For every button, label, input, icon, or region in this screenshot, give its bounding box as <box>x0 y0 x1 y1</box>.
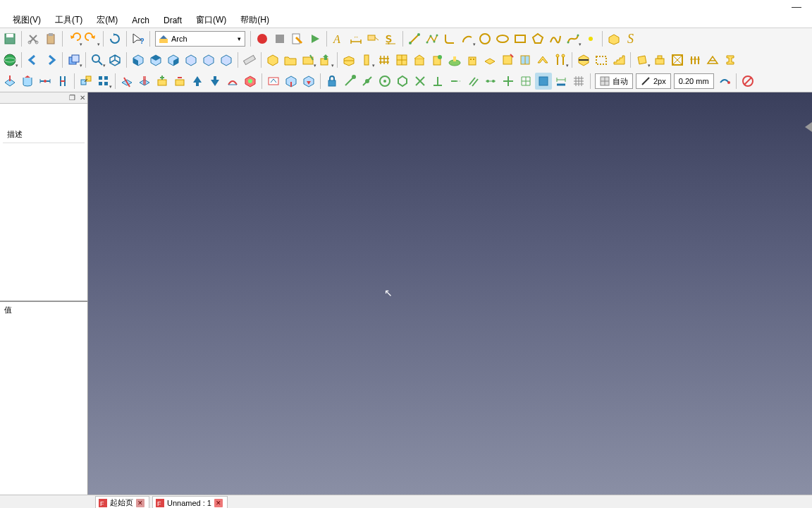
undo-button[interactable] <box>66 30 82 47</box>
macro-play-button[interactable] <box>307 30 324 47</box>
property-view[interactable]: 值 <box>0 301 87 495</box>
snap-dims-button[interactable] <box>553 73 570 90</box>
roof-button[interactable] <box>534 52 551 68</box>
text-button[interactable]: A <box>330 30 347 47</box>
remove-button[interactable] <box>171 73 188 90</box>
part-button[interactable] <box>264 52 281 68</box>
nav-back-button[interactable] <box>25 52 42 68</box>
paste-button[interactable] <box>42 30 59 47</box>
snap-near-button[interactable] <box>500 73 517 90</box>
wp-front-button[interactable] <box>19 73 36 90</box>
fillet-button[interactable] <box>441 30 458 47</box>
menu-arch[interactable]: Arch <box>125 14 156 27</box>
rear-view-button[interactable] <box>183 52 199 68</box>
panel-button[interactable] <box>634 52 651 68</box>
snap-center-button[interactable] <box>376 73 393 90</box>
snap-angle-button[interactable] <box>394 73 411 90</box>
tree-view[interactable]: 描述 <box>0 104 87 301</box>
tab-doc-close[interactable]: ✕ <box>214 499 223 507</box>
snap-midpoint-button[interactable] <box>359 73 376 90</box>
redo-button[interactable] <box>83 30 100 47</box>
macro-stop-button[interactable] <box>271 30 288 47</box>
bezier-button[interactable] <box>565 30 582 47</box>
cut-button[interactable] <box>25 30 42 47</box>
panel-close-button[interactable]: ✕ <box>80 94 85 102</box>
nav-style-button[interactable] <box>1 52 18 68</box>
label-button[interactable] <box>365 30 382 47</box>
group-button[interactable] <box>282 52 299 68</box>
refresh-button[interactable] <box>106 30 123 47</box>
down-button[interactable] <box>207 73 223 90</box>
macro-edit-button[interactable] <box>289 30 306 47</box>
menu-tools[interactable]: 工具(T) <box>48 13 90 28</box>
add-button[interactable] <box>154 73 171 90</box>
draft2sketch-button[interactable] <box>265 73 282 90</box>
up-button[interactable] <box>189 73 206 90</box>
rebar-button[interactable] <box>376 52 393 68</box>
3d-viewport[interactable]: ↖ <box>88 92 812 495</box>
snap-lock-button[interactable] <box>324 73 340 90</box>
wp-center-button[interactable] <box>37 73 54 90</box>
window-button[interactable] <box>517 52 534 68</box>
wire-button[interactable] <box>424 30 441 47</box>
structure-button[interactable] <box>358 52 375 68</box>
reference-button[interactable] <box>499 52 516 68</box>
site-button[interactable] <box>446 52 463 68</box>
front-view-button[interactable] <box>130 52 147 68</box>
unit-button[interactable]: 0.20 mm <box>674 73 714 89</box>
bottom-view-button[interactable] <box>200 52 217 68</box>
snap-special-button[interactable] <box>482 73 499 90</box>
right-view-button[interactable] <box>165 52 182 68</box>
floor-button[interactable] <box>481 52 498 68</box>
top-view-button[interactable] <box>147 52 164 68</box>
isometric-button[interactable] <box>106 52 123 68</box>
rectangle-button[interactable] <box>512 30 529 47</box>
snap-endpoint-button[interactable] <box>341 73 358 90</box>
circle-button[interactable] <box>476 30 493 47</box>
zoom-button[interactable] <box>89 52 106 68</box>
space-button[interactable] <box>593 52 610 68</box>
stairs-button[interactable] <box>610 52 627 68</box>
curtainwall-button[interactable] <box>393 52 410 68</box>
polygon-button[interactable] <box>529 30 546 47</box>
array-button[interactable] <box>95 73 112 90</box>
cut-line-button[interactable] <box>118 73 135 90</box>
menu-view[interactable]: 视图(V) <box>6 13 48 28</box>
shapestring2-button[interactable]: S <box>623 30 640 47</box>
shape2d-button[interactable] <box>283 73 300 90</box>
building-button[interactable] <box>464 52 481 68</box>
tab-start-close[interactable]: ✕ <box>136 499 144 507</box>
menu-help[interactable]: 帮助(H) <box>233 13 276 28</box>
tab-start[interactable]: F 起始页 ✕ <box>95 496 149 508</box>
wp-side-button[interactable] <box>54 73 71 90</box>
frame-button[interactable] <box>669 52 686 68</box>
fence-button[interactable] <box>687 52 703 68</box>
workbench-selector[interactable]: Arch <box>155 31 245 47</box>
snap-extension-button[interactable] <box>447 73 464 90</box>
downgrade-button[interactable] <box>300 73 317 90</box>
point-button[interactable] <box>582 30 599 47</box>
wp-top-button[interactable] <box>1 73 18 90</box>
minimize-button[interactable]: — <box>792 1 801 12</box>
wall-button[interactable] <box>340 52 357 68</box>
axis-button[interactable] <box>552 52 569 68</box>
save-button[interactable] <box>1 30 18 47</box>
snap-intersection-button[interactable] <box>412 73 429 90</box>
link-button[interactable] <box>66 52 82 68</box>
macro-record-button[interactable] <box>254 30 271 47</box>
left-view-button[interactable] <box>218 52 235 68</box>
bim-button[interactable] <box>242 73 259 90</box>
bspline-button[interactable] <box>547 30 564 47</box>
snap-parallel-button[interactable] <box>465 73 481 90</box>
ellipse-button[interactable] <box>494 30 511 47</box>
menu-window[interactable]: 窗口(W) <box>189 13 233 28</box>
snap-toggle-grid-button[interactable] <box>570 73 587 90</box>
navcube-handle[interactable] <box>805 122 812 132</box>
nav-forward-button[interactable] <box>42 52 59 68</box>
survey-button[interactable] <box>224 73 241 90</box>
measure-button[interactable] <box>241 52 258 68</box>
menu-macro[interactable]: 宏(M) <box>90 13 125 28</box>
wp-auto-button[interactable]: 自动 <box>595 73 633 89</box>
snap-perpendicular-button[interactable] <box>429 73 446 90</box>
line-button[interactable] <box>406 30 423 47</box>
